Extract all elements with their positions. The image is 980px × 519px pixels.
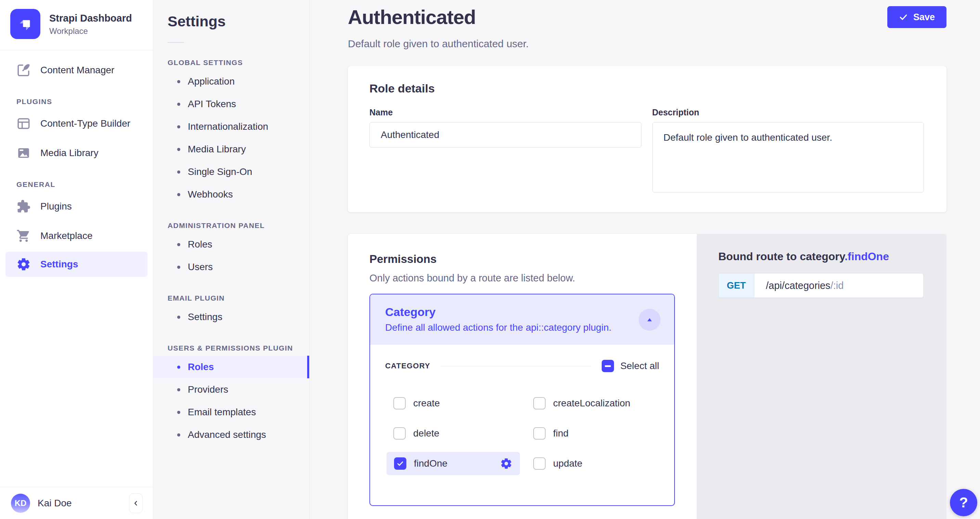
sub-nav-item-up-roles[interactable]: Roles (153, 356, 309, 378)
actions-grid: create createLocalization delete fi (385, 388, 659, 479)
sub-nav-title: Settings (168, 13, 309, 30)
action-label: find (553, 428, 568, 439)
nav-item-media-library[interactable]: Media Library (0, 141, 153, 165)
nav-item-label: Content-Type Builder (40, 118, 130, 129)
bullet-icon (177, 80, 180, 83)
bullet-icon (177, 171, 180, 174)
bullet-icon (177, 125, 180, 128)
permissions-heading: Permissions (369, 253, 675, 266)
nav-item-content-manager[interactable]: Content Manager (0, 58, 153, 83)
chevron-up-icon (646, 316, 654, 324)
workspace-brand[interactable]: Strapi Dashboard Workplace (0, 0, 153, 50)
nav-item-content-type-builder[interactable]: Content-Type Builder (0, 111, 153, 136)
http-method-badge: GET (719, 273, 754, 297)
gear-icon (16, 257, 31, 271)
sub-nav-item-single-sign-on[interactable]: Single Sign-On (153, 161, 309, 183)
category-accordion-header[interactable]: Category Define all allowed actions for … (370, 294, 674, 345)
help-button[interactable]: ? (950, 489, 977, 516)
puzzle-icon (16, 199, 31, 214)
create-checkbox[interactable] (393, 397, 406, 409)
bullet-icon (177, 433, 180, 436)
nav-item-label: Marketplace (40, 230, 93, 241)
sub-nav-item-label: Webhooks (188, 189, 233, 200)
sub-nav-item-providers[interactable]: Providers (153, 378, 309, 401)
role-name-input[interactable] (369, 122, 641, 148)
select-all-checkbox[interactable] (602, 360, 614, 372)
sub-nav-item-internationalization[interactable]: Internationalization (153, 115, 309, 138)
settings-sub-navigation: Settings GLOBAL SETTINGS Application API… (153, 0, 310, 519)
nav-item-settings[interactable]: Settings (5, 252, 148, 277)
route-path: /api/categories/:id (754, 273, 843, 297)
bound-route-prefix: Bound route to (718, 250, 800, 263)
action-row-findone: findOne (385, 449, 525, 479)
update-checkbox[interactable] (533, 457, 546, 470)
gear-icon (500, 457, 512, 470)
nav-item-label: Settings (40, 259, 78, 270)
save-button-label: Save (913, 12, 935, 22)
find-checkbox[interactable] (533, 427, 546, 439)
permissions-card: Permissions Only actions bound by a rout… (348, 234, 697, 519)
sub-nav-item-label: Internationalization (188, 121, 268, 132)
collapse-sidebar-button[interactable] (129, 493, 143, 513)
action-label: create (413, 398, 440, 409)
sub-nav-item-email-settings[interactable]: Settings (153, 306, 309, 328)
findone-settings-button[interactable] (500, 457, 512, 470)
action-row-create: create (385, 388, 525, 418)
sub-nav-item-admin-users[interactable]: Users (153, 256, 309, 278)
chevron-left-icon (132, 500, 140, 507)
sub-nav-item-admin-roles[interactable]: Roles (153, 233, 309, 256)
nav-item-label: Content Manager (40, 65, 114, 76)
nav-item-label: Media Library (40, 148, 99, 158)
sub-nav-item-label: Users (188, 262, 213, 273)
group-title-email-plugin: EMAIL PLUGIN (168, 294, 309, 302)
collapse-accordion-button[interactable] (639, 309, 660, 331)
layout-icon (16, 117, 31, 131)
category-accordion: Category Define all allowed actions for … (369, 294, 675, 506)
bullet-icon (177, 243, 180, 246)
role-description-textarea[interactable]: Default role given to authenticated user… (652, 122, 924, 192)
name-label: Name (369, 107, 641, 117)
sub-nav-item-email-templates[interactable]: Email templates (153, 401, 309, 423)
sub-nav-item-media-library[interactable]: Media Library (153, 138, 309, 161)
workspace-subtitle: Workplace (49, 26, 132, 36)
findone-checkbox[interactable] (394, 457, 406, 470)
main-navigation: Strapi Dashboard Workplace Content Manag… (0, 0, 153, 519)
createlocalization-checkbox[interactable] (533, 397, 546, 409)
nav-item-marketplace[interactable]: Marketplace (0, 224, 153, 248)
sub-nav-item-label: Application (188, 76, 235, 87)
route-path-param: /:id (830, 280, 844, 291)
action-row-find: find (525, 418, 659, 449)
findone-selected-pill: findOne (387, 452, 520, 475)
group-title-global-settings: GLOBAL SETTINGS (168, 59, 309, 67)
sub-nav-item-webhooks[interactable]: Webhooks (153, 183, 309, 206)
bound-route-panel: Bound route to category.findOne GET /api… (697, 234, 947, 519)
avatar[interactable]: KD (11, 493, 30, 513)
route-path-base: /api/categories (766, 280, 830, 291)
sub-nav-item-label: Providers (188, 384, 228, 395)
nav-item-plugins[interactable]: Plugins (0, 194, 153, 219)
minus-icon (605, 365, 611, 367)
sub-nav-item-label: Email templates (188, 407, 256, 418)
bound-route-action: .findOne (845, 250, 889, 263)
strapi-logo-icon (10, 9, 40, 39)
bullet-icon (177, 148, 180, 151)
bound-route-entity: category (800, 250, 845, 263)
divider-line (441, 366, 591, 366)
sub-nav-item-advanced-settings[interactable]: Advanced settings (153, 423, 309, 446)
accordion-subtitle: Define all allowed actions for the api::… (385, 322, 630, 333)
check-icon (899, 13, 908, 22)
delete-checkbox[interactable] (393, 427, 406, 439)
save-button[interactable]: Save (887, 6, 947, 28)
main-content: Authenticated Default role given to auth… (310, 0, 980, 519)
sub-nav-item-api-tokens[interactable]: API Tokens (153, 93, 309, 115)
pencil-square-icon (16, 63, 31, 77)
group-title-administration-panel: ADMINISTRATION PANEL (168, 222, 309, 230)
description-label: Description (652, 107, 924, 117)
action-row-delete: delete (385, 418, 525, 449)
category-group-label: CATEGORY (385, 361, 430, 370)
sub-nav-item-application[interactable]: Application (153, 70, 309, 93)
sub-nav-item-label: Advanced settings (188, 429, 266, 440)
cart-icon (16, 229, 31, 243)
action-row-createlocalization: createLocalization (525, 388, 659, 418)
page-title: Authenticated (348, 5, 529, 29)
